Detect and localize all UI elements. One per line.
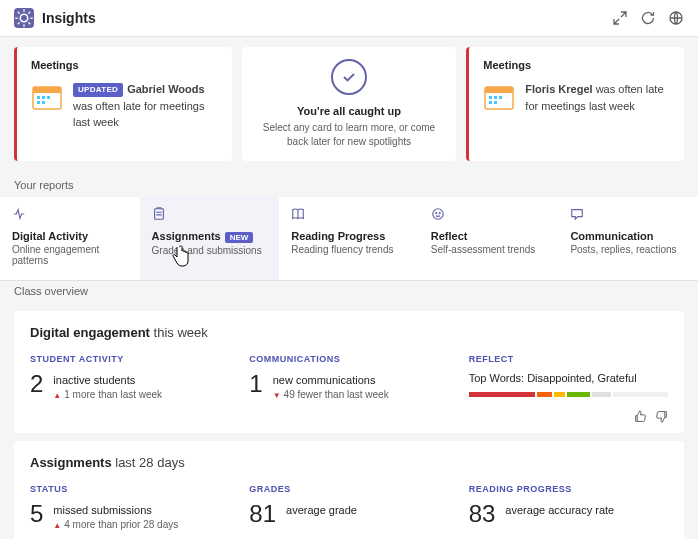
class-overview-label: Class overview bbox=[0, 281, 698, 303]
tab-subtitle: Online engagement patterns bbox=[12, 244, 128, 266]
reflect-top-words: Top Words: Disappointed, Grateful bbox=[469, 372, 668, 384]
svg-rect-4 bbox=[37, 96, 40, 99]
caught-up-title: You're all caught up bbox=[297, 105, 401, 117]
student-activity-stat[interactable]: STUDENT ACTIVITY 2 inactive students 1 m… bbox=[30, 354, 229, 400]
tab-subtitle: Self-assessment trends bbox=[431, 244, 547, 255]
page-title: Insights bbox=[42, 10, 96, 26]
svg-rect-13 bbox=[499, 96, 502, 99]
report-tabs: Digital Activity Online engagement patte… bbox=[0, 197, 698, 281]
stat-heading: STATUS bbox=[30, 484, 229, 494]
stat-description: new communications bbox=[273, 372, 389, 386]
assignment-icon bbox=[152, 207, 166, 221]
svg-rect-3 bbox=[33, 87, 61, 93]
tab-assignments[interactable]: AssignmentsNEW Grades and submissions bbox=[140, 197, 280, 280]
tab-reflect[interactable]: Reflect Self-assessment trends bbox=[419, 197, 559, 280]
stat-number: 1 bbox=[249, 372, 262, 396]
svg-rect-5 bbox=[42, 96, 45, 99]
svg-point-17 bbox=[433, 209, 444, 220]
svg-rect-8 bbox=[42, 101, 45, 104]
panel-title: Assignments last 28 days bbox=[30, 455, 668, 470]
stat-trend: 49 fewer than last week bbox=[273, 389, 389, 400]
stat-number: 83 bbox=[469, 502, 496, 526]
svg-point-0 bbox=[20, 14, 28, 22]
header-left: Insights bbox=[14, 8, 96, 28]
calendar-icon bbox=[31, 81, 63, 113]
chat-icon bbox=[570, 207, 584, 221]
svg-point-18 bbox=[436, 213, 437, 214]
spotlight-title: Meetings bbox=[483, 59, 670, 71]
feedback-actions bbox=[30, 410, 668, 423]
insights-app-icon bbox=[14, 8, 34, 28]
stat-heading: REFLECT bbox=[469, 354, 668, 364]
spotlight-title: Meetings bbox=[31, 59, 218, 71]
svg-rect-7 bbox=[37, 101, 40, 104]
thumbs-down-icon[interactable] bbox=[655, 410, 668, 423]
spotlight-card-right[interactable]: Meetings Floris Kregel was often late fo… bbox=[466, 47, 684, 161]
grades-stat[interactable]: GRADES 81 average grade bbox=[249, 484, 448, 530]
stat-description: inactive students bbox=[53, 372, 162, 386]
stat-heading: READING PROGRESS bbox=[469, 484, 668, 494]
svg-point-19 bbox=[439, 213, 440, 214]
tab-reading-progress[interactable]: Reading Progress Reading fluency trends bbox=[279, 197, 419, 280]
header-actions bbox=[612, 10, 684, 26]
svg-rect-14 bbox=[489, 101, 492, 104]
stat-number: 2 bbox=[30, 372, 43, 396]
tab-subtitle: Posts, replies, reactions bbox=[570, 244, 686, 255]
reflect-stat[interactable]: REFLECT Top Words: Disappointed, Gratefu… bbox=[469, 354, 668, 400]
stat-number: 5 bbox=[30, 502, 43, 526]
svg-rect-11 bbox=[489, 96, 492, 99]
new-badge: NEW bbox=[225, 232, 254, 243]
status-stat[interactable]: STATUS 5 missed submissions 4 more than … bbox=[30, 484, 229, 530]
svg-rect-10 bbox=[485, 87, 513, 93]
tab-title: Reflect bbox=[431, 230, 468, 242]
calendar-icon bbox=[483, 81, 515, 113]
tab-title: Assignments bbox=[152, 230, 221, 242]
svg-rect-6 bbox=[47, 96, 50, 99]
your-reports-label: Your reports bbox=[0, 175, 698, 197]
caught-up-subtitle: Select any card to learn more, or come b… bbox=[256, 121, 443, 149]
tab-subtitle: Reading fluency trends bbox=[291, 244, 407, 255]
stat-heading: COMMUNICATIONS bbox=[249, 354, 448, 364]
globe-icon[interactable] bbox=[668, 10, 684, 26]
stat-trend: 4 more than prior 28 days bbox=[53, 519, 178, 530]
stat-trend: 1 more than last week bbox=[53, 389, 162, 400]
stat-description: average grade bbox=[286, 502, 357, 516]
spotlight-card-center: You're all caught up Select any card to … bbox=[242, 47, 457, 161]
tab-digital-activity[interactable]: Digital Activity Online engagement patte… bbox=[0, 197, 140, 280]
refresh-icon[interactable] bbox=[640, 10, 656, 26]
activity-icon bbox=[12, 207, 26, 221]
spotlight-text: UPDATEDGabriel Woods was often late for … bbox=[73, 81, 218, 131]
app-header: Insights bbox=[0, 0, 698, 37]
svg-rect-15 bbox=[494, 101, 497, 104]
panel-title: Digital engagement this week bbox=[30, 325, 668, 340]
spotlight-text: Floris Kregel was often late for meeting… bbox=[525, 81, 670, 114]
stat-number: 81 bbox=[249, 502, 276, 526]
stat-description: average accuracy rate bbox=[505, 502, 614, 516]
thumbs-up-icon[interactable] bbox=[634, 410, 647, 423]
tab-title: Digital Activity bbox=[12, 230, 88, 242]
spotlight-cards: Meetings UPDATEDGabriel Woods was often … bbox=[0, 37, 698, 175]
svg-rect-16 bbox=[154, 209, 163, 220]
expand-icon[interactable] bbox=[612, 10, 628, 26]
stat-heading: GRADES bbox=[249, 484, 448, 494]
checkmark-circle-icon bbox=[331, 59, 367, 95]
tab-communication[interactable]: Communication Posts, replies, reactions bbox=[558, 197, 698, 280]
stat-description: missed submissions bbox=[53, 502, 178, 516]
reflect-bar-chart bbox=[469, 392, 668, 397]
tab-title: Reading Progress bbox=[291, 230, 385, 242]
reflect-icon bbox=[431, 207, 445, 221]
spotlight-card-left[interactable]: Meetings UPDATEDGabriel Woods was often … bbox=[14, 47, 232, 161]
reading-progress-stat[interactable]: READING PROGRESS 83 average accuracy rat… bbox=[469, 484, 668, 530]
book-icon bbox=[291, 207, 305, 221]
updated-badge: UPDATED bbox=[73, 83, 123, 97]
tab-subtitle: Grades and submissions bbox=[152, 245, 268, 256]
digital-engagement-panel: Digital engagement this week STUDENT ACT… bbox=[14, 311, 684, 433]
communications-stat[interactable]: COMMUNICATIONS 1 new communications 49 f… bbox=[249, 354, 448, 400]
svg-rect-12 bbox=[494, 96, 497, 99]
stat-heading: STUDENT ACTIVITY bbox=[30, 354, 229, 364]
assignments-panel: Assignments last 28 days STATUS 5 missed… bbox=[14, 441, 684, 539]
tab-title: Communication bbox=[570, 230, 653, 242]
